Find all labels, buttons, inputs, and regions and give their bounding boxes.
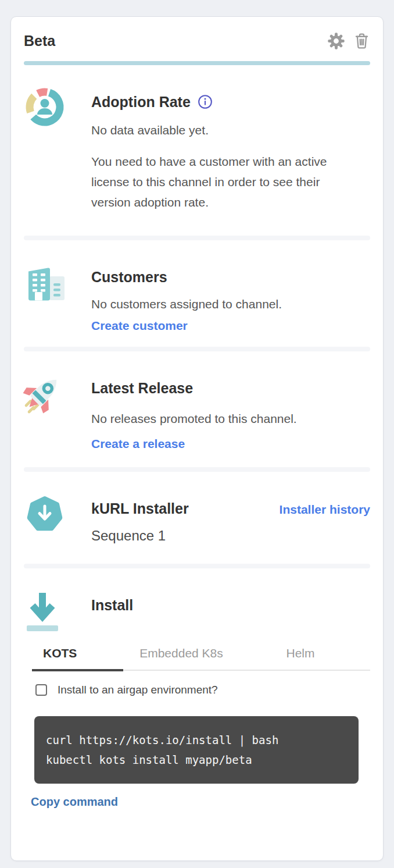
installer-history-link[interactable]: Installer history (280, 503, 370, 517)
customers-empty-text: No customers assigned to channel. (91, 294, 370, 314)
code-line-2: kubectl kots install myapp/beta (46, 753, 252, 766)
airgap-checkbox[interactable] (35, 684, 47, 696)
customers-title: Customers (91, 266, 370, 288)
adoption-rate-title: Adoption Rate (91, 91, 191, 113)
section-divider (24, 564, 370, 568)
heptagon-download-icon (24, 493, 66, 546)
release-empty-text: No releases promoted to this channel. (91, 408, 370, 429)
header-actions (327, 32, 370, 50)
channel-color-bar (24, 61, 370, 65)
copy-command-link[interactable]: Copy command (31, 795, 118, 809)
adoption-rate-donut-icon (24, 86, 66, 212)
airgap-row: Install to an airgap environment? (35, 684, 370, 696)
section-kurl-installer: kURL Installer Installer history Sequenc… (24, 493, 370, 546)
airgap-label: Install to an airgap environment? (58, 684, 218, 696)
tab-helm[interactable]: Helm (239, 646, 361, 670)
kurl-installer-title: kURL Installer (91, 497, 189, 520)
create-customer-link[interactable]: Create customer (91, 319, 188, 333)
download-arrow-icon (24, 589, 66, 638)
adoption-help-text: You need to have a customer with an acti… (91, 151, 353, 212)
buildings-icon (24, 261, 66, 333)
section-divider (24, 236, 370, 240)
tab-embedded-k8s[interactable]: Embedded K8s (123, 646, 239, 670)
install-title: Install (91, 594, 370, 616)
card-header: Beta (24, 17, 370, 61)
install-command-code: curl https://kots.io/install | bash kube… (34, 716, 359, 784)
installer-sequence: Sequence 1 (91, 525, 370, 546)
settings-gear-icon[interactable] (327, 32, 345, 50)
install-tabs: KOTS Embedded K8s Helm (32, 646, 370, 671)
channel-title: Beta (24, 31, 55, 51)
adoption-rate-heading: Adoption Rate (91, 91, 370, 113)
latest-release-title: Latest Release (91, 377, 370, 399)
rocket-icon (24, 372, 66, 451)
section-adoption-rate: Adoption Rate No data available yet. You… (24, 86, 370, 212)
adoption-empty-text: No data available yet. (91, 121, 370, 140)
create-release-link[interactable]: Create a release (91, 437, 185, 451)
channel-card: Beta (10, 16, 384, 861)
section-install: Install (24, 589, 370, 638)
info-circle-icon[interactable] (198, 94, 213, 109)
section-divider (24, 347, 370, 351)
code-line-1: curl https://kots.io/install | bash (46, 734, 278, 746)
section-customers: Customers No customers assigned to chann… (24, 261, 370, 333)
section-divider (24, 467, 370, 472)
section-latest-release: Latest Release No releases promoted to t… (24, 372, 370, 451)
trash-icon[interactable] (353, 32, 370, 50)
tab-kots[interactable]: KOTS (32, 646, 123, 671)
